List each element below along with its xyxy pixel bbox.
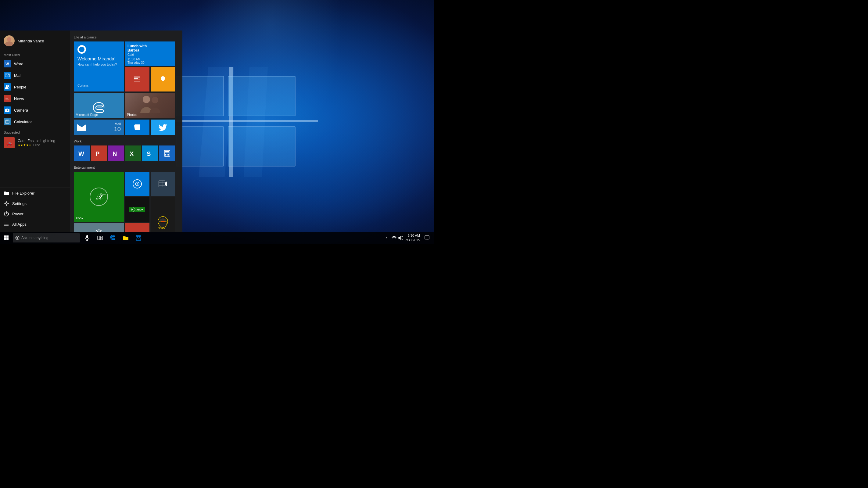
tile-tips[interactable] — [151, 67, 175, 92]
tile-cortana[interactable]: Welcome Miranda! How can I help you toda… — [74, 41, 124, 92]
svg-text:✕: ✕ — [132, 209, 133, 211]
menu-item-mail[interactable]: Mail — [0, 69, 70, 81]
svg-rect-57 — [97, 232, 101, 232]
news-tile-icon — [133, 75, 142, 84]
action-center-button[interactable] — [423, 232, 432, 244]
tile-news[interactable] — [125, 67, 150, 92]
news-icon — [4, 95, 11, 102]
svg-text:HALO: HALO — [158, 226, 165, 230]
start-menu-bottom-section: File Explorer Settings P — [0, 188, 70, 230]
tile-mail[interactable]: Mail 10 — [74, 120, 124, 135]
mail-tile-content — [77, 124, 87, 131]
calculator-icon — [4, 118, 11, 125]
svg-point-9 — [6, 85, 8, 87]
svg-rect-65 — [4, 238, 6, 240]
tile-edge[interactable]: Microsoft Edge — [74, 93, 124, 118]
menu-item-people[interactable]: People — [0, 81, 70, 93]
user-name-label: Miranda Vance — [18, 39, 44, 43]
taskbar-file-explorer-button[interactable] — [120, 232, 132, 244]
taskbar-task-view-button[interactable] — [94, 232, 106, 244]
calendar-venue: Café — [127, 53, 134, 56]
xbox-x-symbol: 𝒳 — [95, 192, 102, 202]
tunein-icon — [95, 230, 103, 232]
svg-point-45 — [165, 156, 166, 156]
svg-point-20 — [6, 123, 7, 123]
svg-rect-41 — [165, 151, 169, 152]
tile-movies[interactable] — [151, 172, 175, 196]
settings-label: Settings — [12, 201, 27, 206]
svg-rect-30 — [134, 79, 138, 79]
taskbar-store-button[interactable] — [132, 232, 145, 244]
svg-rect-70 — [98, 236, 100, 240]
entertainment-section-label: Entertainment — [74, 165, 179, 169]
tile-photos[interactable]: Photos — [125, 93, 175, 118]
tile-calendar[interactable]: Lunch withBarbra Café 11:00 AM Thursday … — [125, 41, 175, 66]
svg-text:S: S — [147, 150, 151, 157]
tile-twitter[interactable] — [151, 120, 175, 135]
suggested-app-info: Cars: Fast as Lightning ★★★★☆ Free — [18, 139, 66, 147]
suggested-app-name: Cars: Fast as Lightning — [18, 139, 66, 143]
menu-item-people-label: People — [14, 85, 26, 89]
all-apps-item[interactable]: All Apps — [0, 219, 70, 230]
file-explorer-taskbar-icon — [123, 235, 129, 241]
mail-icon — [4, 72, 11, 79]
work-ppt-icon: P — [95, 149, 103, 157]
action-center-icon — [425, 236, 429, 240]
tile-iheartradio[interactable] — [125, 223, 150, 232]
work-tile-word[interactable]: W — [74, 146, 90, 161]
tile-groove-music[interactable] — [125, 172, 150, 196]
tile-tunein[interactable]: TuneIn — [74, 223, 124, 232]
xbox-app-text: XBOX — [136, 208, 143, 211]
svg-rect-11 — [5, 97, 9, 97]
svg-text:🚗: 🚗 — [6, 140, 12, 146]
taskbar-right-section: ∧ 6:30 AM 7/30/2015 — [384, 232, 434, 244]
tile-xbox-app[interactable]: ✕ XBOX — [125, 197, 150, 222]
work-tile-powerpoint[interactable]: P — [91, 146, 107, 161]
calendar-day: Thursday 30 — [127, 61, 145, 64]
menu-item-calculator-label: Calculator — [14, 120, 32, 124]
taskbar-cortana-icon — [15, 236, 20, 240]
menu-item-calculator[interactable]: Calculator — [0, 116, 70, 127]
start-button[interactable] — [0, 232, 12, 244]
microphone-icon — [85, 235, 90, 241]
user-avatar — [4, 35, 14, 47]
svg-rect-63 — [4, 236, 6, 238]
photos-tile-label: Photos — [127, 113, 137, 117]
svg-point-19 — [8, 122, 8, 122]
taskbar-clock[interactable]: 6:30 AM 7/30/2015 — [405, 233, 420, 243]
life-tiles-grid: Welcome Miranda! How can I help you toda… — [74, 41, 179, 135]
user-profile-section[interactable]: Miranda Vance — [0, 30, 70, 51]
start-menu-left-panel: Miranda Vance Most Used W Word Mail — [0, 30, 70, 232]
tile-store[interactable] — [125, 120, 150, 135]
menu-item-word-label: Word — [14, 62, 24, 66]
svg-text:P: P — [95, 150, 99, 157]
taskbar-microphone-button[interactable] — [81, 232, 93, 244]
menu-item-news[interactable]: News — [0, 93, 70, 104]
tile-halo[interactable]: HALO — [151, 197, 175, 232]
work-tile-onenote[interactable]: N — [108, 146, 124, 161]
taskbar-edge-button[interactable] — [107, 232, 119, 244]
suggested-app-cars[interactable]: 🚗 Cars: Fast as Lightning ★★★★☆ Free — [0, 135, 70, 150]
taskbar-search-bar[interactable]: Ask me anything — [13, 233, 80, 242]
power-item[interactable]: Power — [0, 209, 70, 219]
camera-icon — [4, 106, 11, 114]
mail-count-badge: 10 — [114, 126, 121, 133]
taskbar-app-icons — [81, 232, 145, 244]
edge-taskbar-icon — [110, 235, 116, 241]
taskbar-date: 7/30/2015 — [405, 238, 420, 242]
svg-rect-6 — [176, 127, 223, 166]
settings-item[interactable]: Settings — [0, 198, 70, 209]
svg-rect-72 — [100, 238, 102, 240]
menu-item-mail-label: Mail — [14, 73, 21, 78]
work-tile-calculator[interactable] — [159, 146, 175, 161]
work-tile-excel[interactable]: X — [125, 146, 141, 161]
tile-xbox[interactable]: 𝒳 Xbox — [74, 172, 124, 222]
system-tray-expand[interactable]: ∧ — [384, 236, 389, 240]
menu-item-word[interactable]: W Word — [0, 58, 70, 69]
menu-item-camera[interactable]: Camera — [0, 104, 70, 116]
work-tile-skype[interactable]: S — [142, 146, 158, 161]
xbox-tile-label: Xbox — [75, 216, 83, 220]
calendar-event-title: Lunch withBarbra — [127, 44, 147, 53]
svg-rect-51 — [159, 181, 165, 187]
file-explorer-item[interactable]: File Explorer — [0, 188, 70, 198]
